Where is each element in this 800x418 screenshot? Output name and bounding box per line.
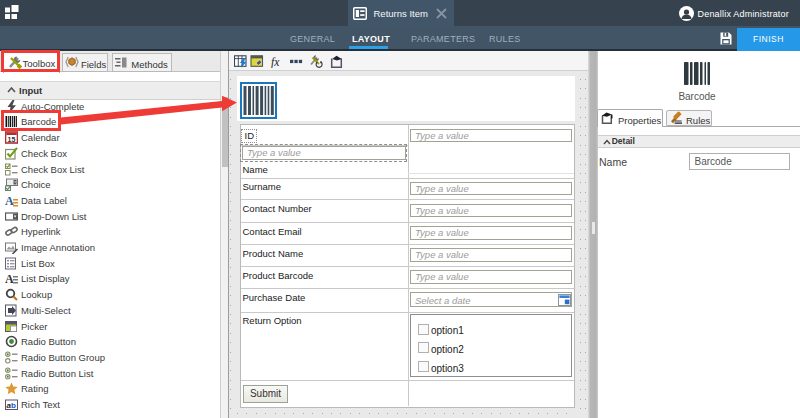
svg-text:b: b: [11, 401, 16, 410]
svg-text:A: A: [5, 194, 14, 207]
svg-text:fx: fx: [271, 56, 280, 69]
svg-text:15: 15: [8, 136, 16, 143]
svg-text:A: A: [5, 272, 14, 285]
